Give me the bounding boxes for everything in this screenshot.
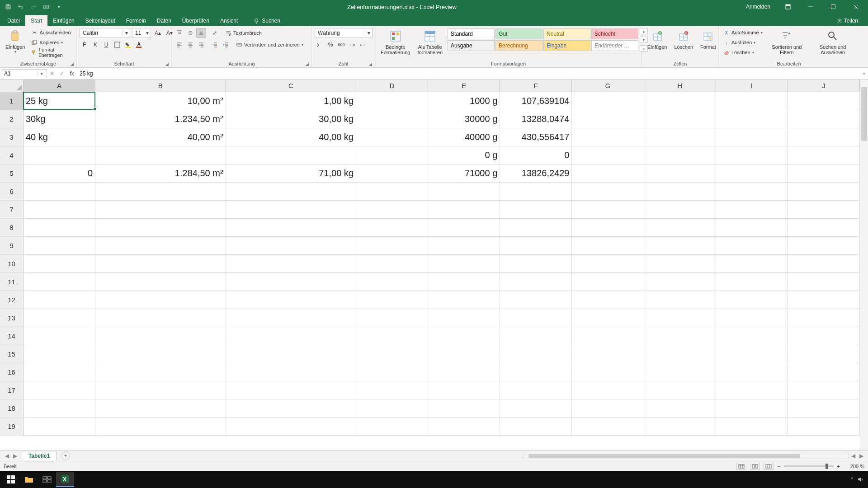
align-middle-icon[interactable] [185, 28, 195, 38]
fill-color-button[interactable] [123, 40, 133, 50]
cell-H16[interactable] [644, 363, 716, 381]
cell-A12[interactable] [24, 291, 95, 309]
cell-G7[interactable] [572, 201, 644, 219]
cell-E5[interactable]: 71000 g [428, 164, 500, 183]
align-top-icon[interactable] [175, 28, 184, 38]
row-header-6[interactable]: 6 [0, 183, 24, 201]
row-header-4[interactable]: 4 [0, 146, 24, 164]
cell-A17[interactable] [24, 381, 95, 399]
cell-J4[interactable] [788, 146, 860, 164]
column-header-E[interactable]: E [428, 80, 500, 92]
cell-G2[interactable] [572, 110, 644, 128]
cell-H10[interactable] [644, 255, 716, 273]
cell-B5[interactable]: 1.284,50 m² [95, 164, 226, 183]
cell-I11[interactable] [716, 273, 788, 291]
cell-J10[interactable] [788, 255, 860, 273]
cell-H8[interactable] [644, 219, 716, 237]
cell-G16[interactable] [572, 363, 644, 381]
name-box[interactable]: ▾ [2, 69, 47, 78]
cell-A14[interactable] [24, 327, 95, 345]
redo-icon[interactable] [29, 2, 38, 11]
cell-F15[interactable] [500, 345, 572, 363]
zoom-slider[interactable] [784, 465, 834, 467]
font-launcher-icon[interactable]: ◢ [165, 62, 169, 66]
cell-I17[interactable] [716, 381, 788, 399]
cell-style-neutral[interactable]: Neutral [543, 28, 590, 39]
cell-A8[interactable] [24, 219, 95, 237]
cell-B18[interactable] [95, 399, 226, 418]
cell-I9[interactable] [716, 237, 788, 255]
cell-style-erklaerender[interactable]: Erklärender … [591, 40, 638, 51]
align-left-icon[interactable] [175, 40, 184, 50]
sign-in-link[interactable]: Anmelden [741, 4, 776, 10]
font-size-combo[interactable]: 11▾ [132, 28, 151, 38]
cell-E2[interactable]: 30000 g [428, 110, 500, 128]
cell-C17[interactable] [226, 381, 356, 399]
cell-B3[interactable]: 40,00 m² [95, 128, 226, 146]
cell-D12[interactable] [356, 291, 428, 309]
cell-G11[interactable] [572, 273, 644, 291]
cell-E17[interactable] [428, 381, 500, 399]
increase-decimal-icon[interactable]: ←0 [347, 40, 357, 50]
merge-center-button[interactable]: Verbinden und zentrieren ▾ [234, 40, 305, 49]
ribbon-tab-formeln[interactable]: Formeln [121, 15, 151, 26]
cells-area[interactable]: 25 kg10,00 m²1,00 kg1000 g107,63910430kg… [24, 92, 860, 450]
cell-J3[interactable] [788, 128, 860, 146]
italic-button[interactable]: K [90, 40, 100, 50]
scrollbar-thumb[interactable] [861, 87, 867, 141]
cell-H12[interactable] [644, 291, 716, 309]
cell-I15[interactable] [716, 345, 788, 363]
cell-A18[interactable] [24, 399, 95, 418]
expand-formula-bar-icon[interactable]: ▾ [860, 71, 868, 76]
cell-B6[interactable] [95, 183, 226, 201]
vertical-scrollbar[interactable] [860, 80, 868, 450]
column-header-I[interactable]: I [716, 80, 788, 92]
cell-B10[interactable] [95, 255, 226, 273]
cell-E3[interactable]: 40000 g [428, 128, 500, 146]
cell-H9[interactable] [644, 237, 716, 255]
horizontal-scrollbar[interactable] [524, 453, 849, 459]
cell-I1[interactable] [716, 92, 788, 110]
row-header-14[interactable]: 14 [0, 327, 24, 345]
border-button[interactable] [112, 40, 122, 50]
format-painter-button[interactable]: Format übertragen [29, 48, 74, 57]
cell-J8[interactable] [788, 219, 860, 237]
cell-D13[interactable] [356, 309, 428, 327]
cell-E13[interactable] [428, 309, 500, 327]
hscroll-right-icon[interactable]: ▶ [857, 452, 865, 460]
cell-H18[interactable] [644, 399, 716, 418]
cell-I3[interactable] [716, 128, 788, 146]
close-icon[interactable] [845, 0, 866, 14]
cell-A5[interactable]: 0 [24, 164, 95, 183]
font-name-combo[interactable]: Calibri▾ [80, 28, 130, 38]
start-button[interactable] [2, 472, 20, 487]
format-as-table-button[interactable]: Als Tabelle formatieren [415, 28, 445, 56]
cell-A9[interactable] [24, 237, 95, 255]
autosum-button[interactable]: ΣAutoSumme ▾ [722, 28, 764, 37]
cell-A11[interactable] [24, 273, 95, 291]
row-header-15[interactable]: 15 [0, 345, 24, 363]
cell-G19[interactable] [572, 418, 644, 436]
cell-D16[interactable] [356, 363, 428, 381]
cell-C18[interactable] [226, 399, 356, 418]
cell-A19[interactable] [24, 418, 95, 436]
cell-C2[interactable]: 30,00 kg [226, 110, 356, 128]
row-header-12[interactable]: 12 [0, 291, 24, 309]
excel-taskbar-icon[interactable]: X [56, 472, 74, 487]
cell-A13[interactable] [24, 309, 95, 327]
column-header-D[interactable]: D [356, 80, 428, 92]
cell-C19[interactable] [226, 418, 356, 436]
cell-F11[interactable] [500, 273, 572, 291]
sort-filter-button[interactable]: Sortieren und Filtern [766, 28, 808, 56]
column-header-A[interactable]: A [24, 80, 95, 92]
cell-B9[interactable] [95, 237, 226, 255]
cell-G4[interactable] [572, 146, 644, 164]
cell-style-gut[interactable]: Gut [495, 28, 542, 39]
normal-view-icon[interactable] [736, 463, 746, 470]
cell-B2[interactable]: 1.234,50 m² [95, 110, 226, 128]
cell-E11[interactable] [428, 273, 500, 291]
cell-I18[interactable] [716, 399, 788, 418]
cell-I12[interactable] [716, 291, 788, 309]
cell-J17[interactable] [788, 381, 860, 399]
increase-indent-icon[interactable] [221, 40, 231, 50]
